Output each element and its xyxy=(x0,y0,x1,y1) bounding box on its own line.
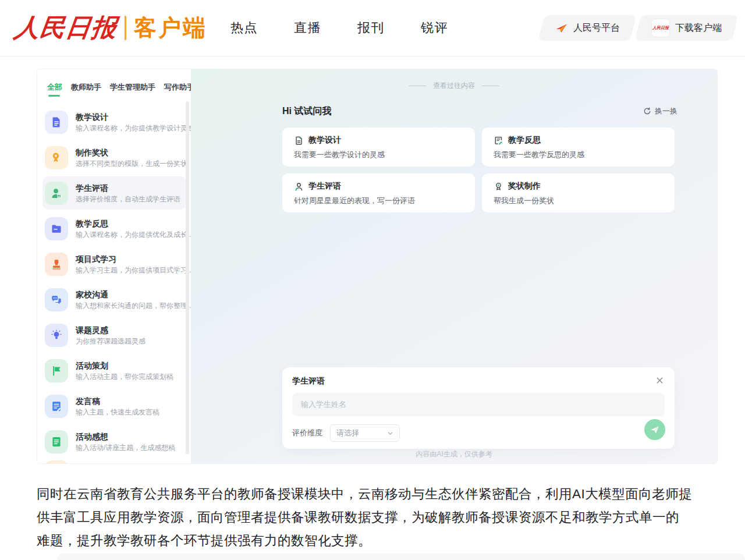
refresh-label: 换一换 xyxy=(655,106,677,116)
person-outline-icon xyxy=(294,182,304,192)
divider-dash xyxy=(409,86,426,86)
nav-item-commentary[interactable]: 锐评 xyxy=(421,19,448,37)
logo-client-label: 客户端 xyxy=(134,12,207,44)
sidebar-item-title: 活动感想 xyxy=(76,431,175,442)
assistant-main-panel: 查看过往内容 Hi 试试问我 换一换 教学设计 我需要一些教学设计的灵感 教学反… xyxy=(191,69,717,463)
peoples-daily-logo[interactable]: 人民日报 客户端 xyxy=(15,10,207,45)
sidebar-item-desc: 输入主题，快速生成发言稿 xyxy=(76,408,159,417)
card-header: 奖状制作 xyxy=(494,181,663,192)
sidebar-item-student-comments[interactable]: 学生评语 选择评价维度，自动生成学生评语 xyxy=(42,176,186,210)
sidebar-item-home-school-communication[interactable]: 家校沟通 输入想和家长沟通的问题，帮你整理... xyxy=(42,283,186,316)
sidebar-item-desc: 输入课程名称，为你提供教学设计灵感 xyxy=(76,124,194,133)
sidebar-item-title: 项目式学习 xyxy=(76,254,193,264)
sidebar-item-desc: 输入活动/讲座主题，生成感想稿 xyxy=(76,444,175,452)
sidebar-item-text: 发言稿 输入主题，快速生成发言稿 xyxy=(76,396,159,417)
sidebar-item-desc: 输入课程名称，为你提供优化及成长... xyxy=(76,231,193,239)
card-title: 教学反思 xyxy=(508,135,541,146)
sidebar-item-teaching-design[interactable]: 教学设计 输入课程名称，为你提供教学设计灵感 xyxy=(42,105,186,139)
next-figure-edge xyxy=(57,554,745,560)
tab-writing-assistant[interactable]: 写作助手 xyxy=(164,82,194,97)
sidebar-scrollbar[interactable] xyxy=(186,101,189,454)
site-header: 人民日报 客户端 热点直播报刊锐评 人民号平台 人民日报 下载客户端 xyxy=(0,0,745,56)
card-header: 学生评语 xyxy=(294,181,463,192)
sidebar-item-text: 课题灵感 为你推荐课题选题灵感 xyxy=(76,325,146,346)
sidebar-item-text: 教学反思 输入课程名称，为你提供优化及成长... xyxy=(76,218,193,239)
tab-teacher-assistant[interactable]: 教师助手 xyxy=(71,82,101,97)
chat-icon xyxy=(45,288,68,311)
tab-student-management-assistant[interactable]: 学生管理助手 xyxy=(110,82,155,97)
greeting-title: Hi 试试问我 xyxy=(282,105,331,118)
card-desc: 我需要一些教学反思的灵感 xyxy=(494,150,663,160)
sidebar-item-desc: 选择不同类型的模版，生成一份奖状 xyxy=(76,160,187,168)
medal-icon xyxy=(45,146,68,169)
sidebar-item-text: 活动策划 输入活动主题，帮你完成策划稿 xyxy=(76,360,173,381)
sidebar-item-desc: 输入活动主题，帮你完成策划稿 xyxy=(76,373,173,381)
paper-plane-icon xyxy=(555,22,568,35)
close-icon[interactable] xyxy=(653,374,666,387)
divider-dash xyxy=(482,86,499,86)
sidebar-item-title: 教学反思 xyxy=(76,218,193,229)
sidebar-item-teaching-reflection[interactable]: 教学反思 输入课程名称，为你提供优化及成长... xyxy=(42,212,186,245)
person-icon xyxy=(45,182,68,205)
logo-calligraphy: 人民日报 xyxy=(12,11,119,45)
suggestion-card-award-making[interactable]: 奖状制作 帮我生成一份奖状 xyxy=(482,173,675,212)
nav-item-hot[interactable]: 热点 xyxy=(230,19,258,37)
dimension-select[interactable]: 请选择 xyxy=(330,424,400,442)
header-actions: 人民号平台 人民日报 下载客户端 xyxy=(541,15,735,41)
nav-item-live[interactable]: 直播 xyxy=(294,19,321,37)
peoples-account-platform-button[interactable]: 人民号平台 xyxy=(541,15,633,41)
sidebar-item-partial[interactable] xyxy=(42,455,186,464)
sidebar-item-title: 教学设计 xyxy=(76,112,194,122)
card-desc: 针对周星星最近的表现，写一份评语 xyxy=(294,196,463,206)
form-title: 学生评语 xyxy=(292,376,665,387)
stamp-icon xyxy=(45,253,68,276)
view-history-label: 查看过往内容 xyxy=(433,81,475,91)
sidebar-item-title: 学生评语 xyxy=(76,183,180,193)
dimension-label: 评价维度 xyxy=(292,428,322,438)
card-header: 教学反思 xyxy=(494,135,663,146)
send-button[interactable] xyxy=(644,419,665,440)
card-title: 奖状制作 xyxy=(508,181,541,192)
send-plane-icon xyxy=(650,424,660,435)
sidebar-item-text: 教学设计 输入课程名称，为你提供教学设计灵感 xyxy=(76,112,194,133)
speech-doc-icon xyxy=(45,395,68,418)
doc-icon xyxy=(45,111,68,134)
nav-item-newspaper[interactable]: 报刊 xyxy=(357,19,385,37)
dimension-select-value: 请选择 xyxy=(336,428,359,438)
sidebar-item-desc: 输入学习主题，为你提供项目式学习... xyxy=(76,266,193,275)
student-comment-form: 学生评语 输入学生姓名 评价维度 请选择 xyxy=(282,367,675,449)
sidebar-item-topic-inspiration[interactable]: 课题灵感 为你推荐课题选题灵感 xyxy=(42,318,186,352)
sidebar-item-event-planning[interactable]: 活动策划 输入活动主题，帮你完成策划稿 xyxy=(42,354,186,387)
peoples-account-platform-label: 人民号平台 xyxy=(573,22,620,34)
medal-icon xyxy=(45,460,68,465)
download-client-button[interactable]: 人民日报 下载客户端 xyxy=(638,15,735,41)
sidebar-item-project-based-learning[interactable]: 项目式学习 输入学习主题，为你提供项目式学习... xyxy=(42,247,186,281)
suggestion-card-teaching-design[interactable]: 教学设计 我需要一些教学设计的灵感 xyxy=(282,127,475,166)
notes-icon xyxy=(45,430,68,453)
assistant-sidebar: 全部教师助手学生管理助手写作助手 教学设计 输入课程名称，为你提供教学设计灵感 … xyxy=(37,69,191,463)
sidebar-item-title: 活动策划 xyxy=(76,360,173,371)
sidebar-item-speech-draft[interactable]: 发言稿 输入主题，快速生成发言稿 xyxy=(42,389,186,423)
tab-all[interactable]: 全部 xyxy=(47,82,62,97)
refresh-suggestions-button[interactable]: 换一换 xyxy=(643,106,677,116)
refresh-icon xyxy=(643,107,651,115)
download-client-label: 下载客户端 xyxy=(675,22,722,34)
main-nav: 热点直播报刊锐评 xyxy=(230,0,448,56)
view-history-divider[interactable]: 查看过往内容 xyxy=(191,81,717,91)
dimension-row: 评价维度 请选择 xyxy=(292,424,665,442)
sidebar-item-event-reflections[interactable]: 活动感想 输入活动/讲座主题，生成感想稿 xyxy=(42,425,186,458)
student-name-input[interactable]: 输入学生姓名 xyxy=(292,393,665,416)
sidebar-item-make-award[interactable]: 制作奖状 选择不同类型的模版，生成一份奖状 xyxy=(42,141,186,174)
sidebar-item-text: 学生评语 选择评价维度，自动生成学生评语 xyxy=(76,183,180,204)
suggestion-card-teaching-reflection[interactable]: 教学反思 我需要一些教学反思的灵感 xyxy=(482,127,675,166)
suggestion-card-student-comments[interactable]: 学生评语 针对周星星最近的表现，写一份评语 xyxy=(282,173,475,212)
medal-outline-icon xyxy=(494,182,503,192)
doc-edit-outline-icon xyxy=(494,136,503,146)
sidebar-item-text: 活动感想 输入活动/讲座主题，生成感想稿 xyxy=(76,431,175,452)
card-desc: 我需要一些教学设计的灵感 xyxy=(294,150,463,160)
card-title: 教学设计 xyxy=(308,135,341,146)
sidebar-item-title: 发言稿 xyxy=(76,396,159,406)
flag-icon xyxy=(45,359,68,382)
card-desc: 帮我生成一份奖状 xyxy=(494,196,663,206)
logo-divider xyxy=(125,16,126,40)
